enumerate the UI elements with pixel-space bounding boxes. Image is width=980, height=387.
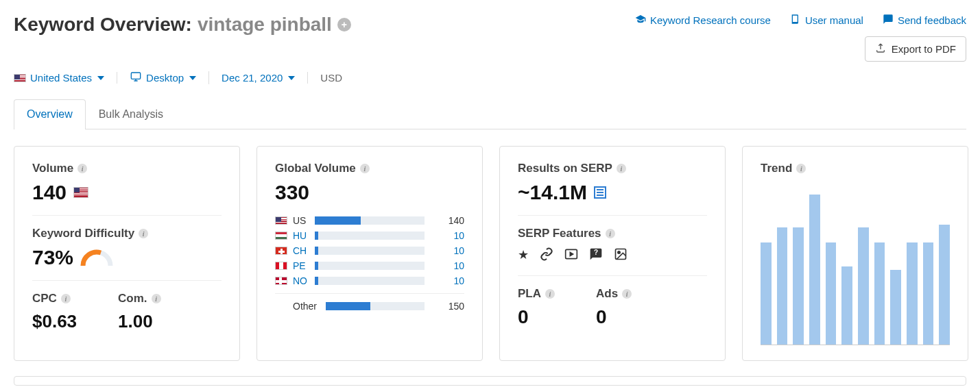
- info-icon[interactable]: i: [606, 229, 615, 238]
- add-keyword-icon[interactable]: +: [337, 18, 351, 32]
- info-icon[interactable]: i: [152, 294, 161, 303]
- us-flag-icon: [73, 187, 88, 198]
- trend-bar: [793, 227, 804, 345]
- country-volume[interactable]: 10: [430, 230, 464, 241]
- other-value: 150: [430, 301, 464, 312]
- keyword-text: vintage pinball: [198, 14, 332, 36]
- book-icon: [790, 14, 801, 27]
- flag-icon: [275, 216, 287, 225]
- volume-bar: [315, 232, 425, 240]
- volume-bar: [315, 262, 425, 270]
- pla-title: PLA i: [518, 287, 555, 301]
- tab-overview[interactable]: Overview: [14, 99, 86, 129]
- info-icon[interactable]: i: [360, 164, 370, 173]
- serp-features-title: SERP Features i: [518, 227, 707, 240]
- volume-bar: [326, 302, 425, 310]
- country-row: CH10: [275, 245, 464, 256]
- trend-bar: [939, 225, 950, 345]
- ads-title: Ads i: [596, 287, 632, 301]
- faq-icon[interactable]: ?: [589, 247, 603, 264]
- trend-bar: [841, 266, 852, 345]
- info-icon[interactable]: i: [796, 164, 806, 173]
- global-volume-card: Global Volume i 330 US140HU10CH10PE10NO1…: [256, 146, 483, 361]
- trend-bar: [907, 242, 918, 345]
- country-code[interactable]: HU: [293, 230, 309, 241]
- next-section-card: [14, 376, 966, 386]
- info-icon[interactable]: i: [617, 164, 626, 173]
- image-pack-icon[interactable]: [614, 247, 628, 264]
- desktop-icon: [130, 71, 142, 84]
- currency-display: USD: [308, 72, 355, 84]
- volume-value: 140: [32, 181, 222, 204]
- serp-features-icons: ★ ?: [518, 247, 707, 264]
- export-pdf-button[interactable]: Export to PDF: [865, 36, 966, 62]
- keyword-difficulty-title: Keyword Difficulty i: [32, 227, 222, 240]
- global-volume-value: 330: [275, 181, 464, 204]
- serp-snapshot-icon[interactable]: [594, 186, 606, 199]
- trend-bar: [761, 242, 772, 345]
- flag-icon: [275, 247, 287, 255]
- cpc-value: $0.63: [32, 311, 77, 332]
- chevron-down-icon: [288, 76, 295, 80]
- keyword-difficulty-value: 73%: [32, 246, 222, 269]
- trend-bar: [809, 195, 820, 345]
- reviews-star-icon[interactable]: ★: [518, 247, 529, 264]
- video-icon[interactable]: [564, 247, 578, 264]
- country-row: NO10: [275, 275, 464, 286]
- flag-icon: [275, 232, 287, 240]
- country-volume[interactable]: 10: [430, 245, 464, 256]
- trend-title: Trend i: [761, 162, 950, 175]
- info-icon[interactable]: i: [622, 289, 632, 299]
- serp-results-value: ~14.1M: [518, 181, 707, 204]
- page-title: Keyword Overview: vintage pinball +: [14, 14, 351, 36]
- tab-bulk-analysis[interactable]: Bulk Analysis: [86, 99, 176, 129]
- chevron-down-icon: [189, 76, 196, 80]
- sitelinks-icon[interactable]: [540, 247, 553, 264]
- info-icon[interactable]: i: [545, 289, 555, 299]
- volume-bar: [315, 247, 425, 255]
- graduation-cap-icon: [635, 14, 646, 27]
- svg-text:?: ?: [594, 249, 598, 256]
- difficulty-gauge-icon: [80, 249, 113, 266]
- trend-bar: [777, 227, 788, 345]
- trend-bar: [826, 242, 837, 345]
- info-icon[interactable]: i: [61, 294, 71, 303]
- trend-chart: [761, 181, 950, 345]
- user-manual-link[interactable]: User manual: [790, 14, 863, 27]
- serp-results-title: Results on SERP i: [518, 162, 707, 175]
- speech-bubble-icon: [883, 14, 894, 27]
- date-filter[interactable]: Dec 21, 2020: [209, 72, 308, 84]
- volume-card: Volume i 140 Keyword Difficulty i 73%: [14, 146, 240, 361]
- send-feedback-link[interactable]: Send feedback: [883, 14, 966, 27]
- cpc-title: CPC i: [32, 292, 77, 305]
- other-label: Other: [293, 301, 320, 312]
- trend-bar: [890, 270, 901, 345]
- country-filter[interactable]: United States: [14, 72, 117, 84]
- trend-card: Trend i: [742, 146, 968, 361]
- title-prefix: Keyword Overview:: [14, 14, 192, 36]
- device-filter[interactable]: Desktop: [117, 71, 209, 84]
- country-row-other: Other 150: [275, 301, 464, 312]
- filter-bar: United States Desktop Dec 21, 2020 USD: [14, 71, 966, 84]
- country-volume[interactable]: 10: [430, 275, 464, 286]
- country-code[interactable]: NO: [293, 275, 309, 286]
- country-volume: 140: [430, 215, 464, 226]
- us-flag-icon: [14, 74, 26, 82]
- tabs: Overview Bulk Analysis: [14, 99, 966, 129]
- volume-bar: [315, 216, 425, 225]
- info-icon[interactable]: i: [139, 229, 148, 238]
- country-code[interactable]: PE: [293, 260, 309, 271]
- country-volume[interactable]: 10: [430, 260, 464, 271]
- svg-point-4: [618, 251, 620, 253]
- keyword-research-course-link[interactable]: Keyword Research course: [635, 14, 771, 27]
- flag-icon: [275, 277, 287, 285]
- ads-value: 0: [596, 306, 632, 328]
- volume-title: Volume i: [32, 162, 222, 175]
- serp-card: Results on SERP i ~14.1M SERP Features i…: [499, 146, 726, 361]
- com-value: 1.00: [118, 311, 161, 332]
- volume-bar: [315, 277, 425, 285]
- country-code[interactable]: CH: [293, 245, 309, 256]
- trend-bar: [923, 242, 934, 345]
- info-icon[interactable]: i: [77, 164, 87, 173]
- chevron-down-icon: [97, 76, 104, 80]
